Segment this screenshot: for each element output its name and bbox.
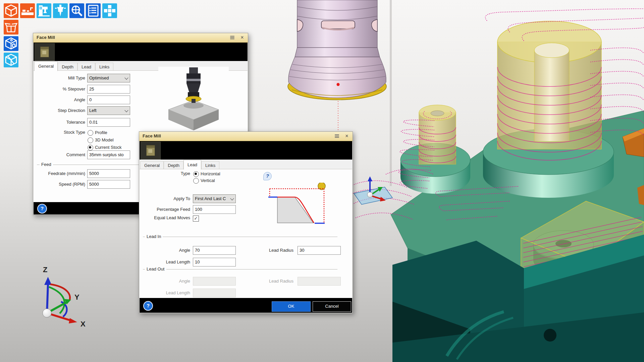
close-icon[interactable]: × [239,34,245,41]
lead-in-radius-input[interactable]: 30 [298,246,341,255]
stepover-input[interactable]: 25 [87,85,130,94]
equal-lead-moves-checkbox[interactable]: ✓ [193,216,199,222]
feed-group-legend: Feed [40,162,53,167]
face-mill-dialog-lead: Face Mill × General Depth Lead Links Typ… [139,131,353,313]
tool-preview-image [158,67,229,132]
tolerance-label: Tolerance [35,118,85,127]
lead-in-angle-input[interactable]: 70 [193,246,236,255]
lead-out-angle-input [193,277,236,286]
comment-label: Comment [35,150,85,159]
sidebar-icon-cube-machined[interactable] [4,53,18,67]
stock-type-radio-current-stock[interactable] [88,145,93,150]
ok-button[interactable]: OK [272,301,311,312]
type-option-label: Horizontal [201,171,220,177]
tool-thumbnail-icon [40,47,49,57]
apply-to-select[interactable]: First And Last C [193,194,236,203]
tool-thumbnail-icon [146,145,155,156]
lead-out-length-label: Lead Length [140,289,190,297]
axis-label-y: Y [74,293,79,302]
stepover-label: % Stepover [35,85,85,94]
chevron-down-icon [230,196,234,200]
step-direction-label: Step Direction [35,106,85,115]
step-direction-select[interactable]: Left [87,106,130,115]
tool-slot[interactable] [35,43,55,61]
dialog-title: Face Mill [37,35,55,40]
lead-out-length-input [193,289,236,297]
tab-general[interactable]: General [140,161,164,169]
type-option-label: Vertical [201,178,215,184]
tool-slot[interactable] [141,142,161,160]
sidebar-icon-open-stock-box[interactable] [4,20,18,35]
feedrate-label: Feedrate (mm/min) [35,169,85,178]
type-label: Type [140,171,190,177]
toolbar-icon-pattern-layout[interactable] [102,3,117,18]
type-radio-horizontal[interactable] [193,171,199,177]
lead-out-radius-input [298,277,341,286]
lead-in-group-line [143,237,337,237]
lead-in-legend: Lead In [145,234,163,239]
tab-links[interactable]: Links [201,161,219,169]
tab-general[interactable]: General [34,61,58,71]
tab-depth[interactable]: Depth [58,63,77,71]
tool-center-dot [337,83,340,86]
lead-out-group-line [143,269,337,269]
speed-label: Speed (RPM) [35,180,85,189]
stock-type-label: Stock Type [35,128,85,137]
angle-input[interactable]: 0 [87,96,130,104]
chevron-down-icon [124,76,128,79]
sidebar-icon-cube-feature[interactable] [4,36,18,51]
axis-label-z: Z [43,265,47,274]
stock-type-option-label: 3D Model [95,137,114,143]
tab-lead[interactable]: Lead [183,160,201,170]
toolbar-icon-tool-holder[interactable] [53,3,68,18]
dialog-tabs: General Depth Lead Links [140,160,219,169]
lead-in-length-label: Lead Length [140,258,190,266]
lead-out-legend: Lead Out [145,266,166,272]
sheet-edge [390,0,392,186]
lead-in-angle-label: Angle [140,246,190,255]
type-radio-vertical[interactable] [193,178,199,184]
dialog-bottom-bar: ? OK Cancel [140,298,352,313]
pin-icon[interactable] [335,134,339,138]
help-icon[interactable]: ? [37,204,47,214]
speed-input[interactable]: 5000 [87,180,130,189]
percentage-feed-input[interactable]: 100 [193,205,236,214]
toolbar-icon-nc-program-list[interactable] [86,3,101,18]
stock-type-option-label: Current Stock [95,144,121,150]
toolbar-icon-cnc-machine[interactable] [37,3,51,18]
toolbar-icon-solid-cube[interactable] [4,3,18,18]
dialog-tabs: General Depth Lead Links [34,61,113,71]
dialog-content: Type Horizontal Vertical ? Apply To Firs… [140,169,352,298]
lead-in-length-input[interactable]: 10 [193,258,236,266]
apply-to-label: Apply To [140,194,190,203]
context-help-icon[interactable]: ? [263,172,272,180]
tolerance-input[interactable]: 0.01 [87,118,130,127]
lead-out-radius-label: Lead Radius [243,277,293,286]
lead-in-radius-label: Lead Radius [243,246,293,255]
close-icon[interactable]: × [344,133,350,139]
dialog-title-bar[interactable]: Face Mill × [139,132,353,141]
help-icon[interactable]: ? [143,301,153,311]
comment-input[interactable]: 35mm surplus sto [87,150,130,159]
toolbar-icon-zoom-pan[interactable] [69,3,84,18]
tab-depth[interactable]: Depth [164,161,183,169]
mill-type-select[interactable]: Optimised [87,74,130,82]
feedrate-input[interactable]: 5000 [87,169,130,178]
stock-type-option-label: Profile [95,130,107,136]
tab-lead[interactable]: Lead [77,63,95,71]
cancel-button[interactable]: Cancel [313,301,351,312]
pin-icon[interactable] [230,36,234,40]
lead-out-angle-label: Angle [140,277,190,286]
chevron-down-icon [124,108,128,112]
dialog-title: Face Mill [143,133,161,138]
stock-type-radio-profile[interactable] [88,130,93,136]
stock-type-radio-3d-model[interactable] [88,137,93,143]
dialog-title-bar[interactable]: Face Mill × [33,33,248,43]
lead-diagram [266,183,337,226]
angle-label: Angle [35,96,85,104]
tool-strip [140,141,352,160]
mill-type-label: Mill Type [35,74,85,82]
toolbar-icon-stock-setup[interactable] [20,3,35,18]
tool-strip [34,43,248,61]
tab-links[interactable]: Links [95,63,113,71]
